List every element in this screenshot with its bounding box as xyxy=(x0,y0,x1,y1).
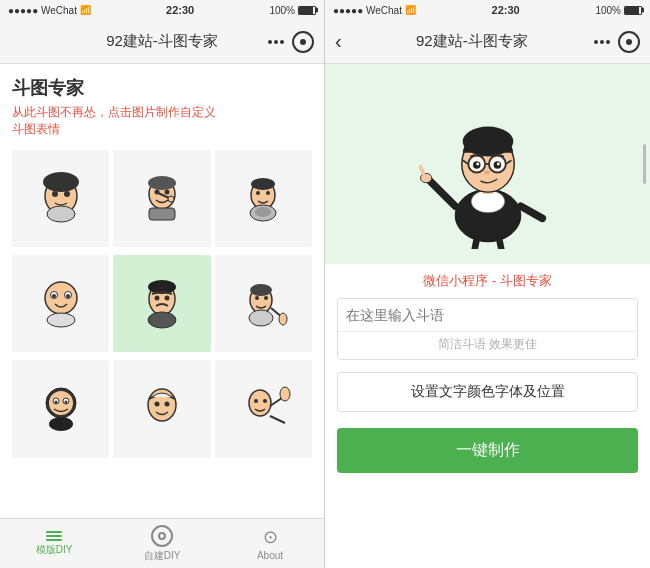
app-desc: 从此斗图不再怂，点击图片制作自定义斗图表情 xyxy=(12,104,312,138)
svg-point-30 xyxy=(250,284,272,296)
battery-pct-right: 100% xyxy=(595,5,621,16)
svg-point-26 xyxy=(154,295,159,300)
meme-face-5 xyxy=(134,276,190,332)
battery-pct-left: 100% xyxy=(269,5,295,16)
svg-point-21 xyxy=(52,294,56,298)
dou-yu-input[interactable] xyxy=(338,299,637,331)
meme-face-2 xyxy=(134,170,190,226)
meme-grid-row2 xyxy=(12,255,312,352)
navbar-circle-left[interactable] xyxy=(292,31,314,53)
svg-line-71 xyxy=(520,206,542,218)
svg-point-3 xyxy=(64,191,70,197)
time-right: 22:30 xyxy=(492,4,520,16)
make-button[interactable]: 一键制作 xyxy=(337,428,638,473)
navbar-title-right: 92建站-斗图专家 xyxy=(350,32,594,51)
svg-line-51 xyxy=(270,416,285,423)
svg-point-8 xyxy=(164,190,169,195)
navbar-left: 92建站-斗图专家 xyxy=(0,20,324,64)
tab-template-diy[interactable]: 模版DIY xyxy=(0,519,108,568)
svg-point-18 xyxy=(45,282,77,314)
meme-face-3 xyxy=(235,170,291,226)
meme-7[interactable] xyxy=(12,360,109,457)
tab-template-diy-label: 模版DIY xyxy=(36,543,73,557)
meme-6[interactable] xyxy=(215,255,312,352)
tab-about-label: About xyxy=(257,550,283,561)
meme-face-7 xyxy=(33,381,89,437)
tab-bar-left: 模版DIY 自建DIY ⊙ About xyxy=(0,518,324,568)
battery-icon-right xyxy=(624,6,642,15)
navbar-dots-right[interactable] xyxy=(594,40,610,44)
inner-circle xyxy=(158,532,166,540)
meme-grid-row1 xyxy=(12,150,312,247)
menu-line-2 xyxy=(46,535,62,537)
navbar-dots-left[interactable] xyxy=(268,40,284,44)
battery-fill-right xyxy=(625,7,639,14)
navbar-circle-right[interactable] xyxy=(618,31,640,53)
dot-3 xyxy=(280,40,284,44)
svg-point-33 xyxy=(249,310,273,326)
content-right: 微信小程序 - 斗图专家 简洁斗语 效果更佳 设置文字颜色字体及位置 一键制作 xyxy=(325,64,650,568)
input-hint: 简洁斗语 效果更佳 xyxy=(338,331,637,359)
svg-point-40 xyxy=(54,400,57,403)
rdot-2 xyxy=(600,40,604,44)
meme-face-8 xyxy=(134,381,190,437)
battery-fill-left xyxy=(299,7,313,14)
circle-inner xyxy=(300,39,306,45)
menu-line-1 xyxy=(46,531,62,533)
meme-face-4 xyxy=(33,276,89,332)
meme-8[interactable] xyxy=(113,360,210,457)
svg-point-15 xyxy=(266,191,270,195)
meme-9[interactable] xyxy=(215,360,312,457)
about-icon: ⊙ xyxy=(263,526,278,548)
svg-point-22 xyxy=(66,294,70,298)
status-right-right: 100% xyxy=(595,5,642,16)
rcircle-inner xyxy=(626,39,632,45)
meme-3[interactable] xyxy=(215,150,312,247)
svg-point-47 xyxy=(254,399,258,403)
svg-point-31 xyxy=(255,296,259,300)
svg-point-28 xyxy=(148,312,176,328)
rdot-1 xyxy=(594,40,598,44)
menu-icon xyxy=(46,531,62,541)
meme-face-6 xyxy=(235,276,291,332)
detective-illustration xyxy=(413,79,563,249)
svg-point-45 xyxy=(164,401,169,406)
mini-program-title: 微信小程序 - 斗图专家 xyxy=(325,264,650,294)
meme-4[interactable] xyxy=(12,255,109,352)
svg-point-42 xyxy=(49,417,73,431)
back-button[interactable]: ‹ xyxy=(335,30,342,53)
svg-point-32 xyxy=(264,296,268,300)
meme-grid-row3 xyxy=(12,360,312,457)
svg-point-17 xyxy=(255,207,271,217)
svg-point-14 xyxy=(256,191,260,195)
svg-point-65 xyxy=(476,163,479,166)
meme-5[interactable] xyxy=(113,255,210,352)
left-phone: ●●●●● WeChat 📶 22:30 100% 92建站-斗图专家 斗图专家… xyxy=(0,0,325,568)
carrier-right: ●●●●● WeChat xyxy=(333,5,402,16)
svg-point-23 xyxy=(47,313,75,327)
dot-2 xyxy=(274,40,278,44)
meme-2[interactable] xyxy=(113,150,210,247)
svg-point-13 xyxy=(251,178,275,190)
tab-custom-diy-label: 自建DIY xyxy=(144,549,181,563)
status-left: ●●●●● WeChat 📶 xyxy=(8,5,91,16)
meme-1[interactable] xyxy=(12,150,109,247)
status-bar-right: ●●●●● WeChat 📶 22:30 100% xyxy=(325,0,650,20)
app-title: 斗图专家 xyxy=(12,76,312,100)
right-phone: ●●●●● WeChat 📶 22:30 100% ‹ 92建站-斗图专家 xyxy=(325,0,650,568)
svg-point-48 xyxy=(263,399,267,403)
svg-point-2 xyxy=(52,191,58,197)
svg-point-50 xyxy=(280,387,290,401)
svg-rect-9 xyxy=(149,208,175,220)
svg-line-68 xyxy=(429,181,454,206)
tab-about[interactable]: ⊙ About xyxy=(216,519,324,568)
svg-point-44 xyxy=(154,401,159,406)
status-left-right: ●●●●● WeChat 📶 xyxy=(333,5,416,16)
status-right-left: 100% xyxy=(269,5,316,16)
scrollbar-right xyxy=(643,144,646,184)
svg-line-73 xyxy=(499,239,505,249)
settings-button[interactable]: 设置文字颜色字体及位置 xyxy=(337,372,638,412)
tab-custom-diy[interactable]: 自建DIY xyxy=(108,519,216,568)
carrier-left: ●●●●● WeChat xyxy=(8,5,77,16)
wifi-icon-left: 📶 xyxy=(80,5,91,15)
